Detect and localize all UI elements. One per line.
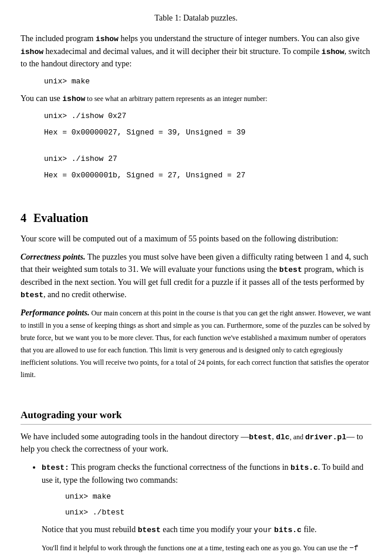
btest-bullet-text1: This program checks the functional corre…	[69, 463, 290, 472]
code-ishow1-cmd: unix> ./ishow 0x27	[44, 110, 371, 122]
intro-text-2b: hexadecimal and decimal values, and it w…	[43, 47, 322, 56]
btest-inline-2: btest	[21, 291, 43, 300]
correctness-text3: , and no credit otherwise.	[43, 290, 127, 299]
autograding-para1: We have included some autograding tools …	[21, 430, 371, 456]
btest-notice-ref: btest	[138, 526, 161, 534]
notice-text1: Notice that you must rebuild	[42, 525, 138, 534]
btest-list-item: btest: This program checks the functiona…	[42, 461, 371, 555]
code-ishow2-cmd: unix> ./ishow 27	[44, 153, 371, 165]
btest-bullet-label: btest:	[42, 463, 69, 472]
code-btest2: unix> ./btest	[65, 507, 371, 519]
notice-para: Notice that you must rebuild btest each …	[42, 523, 371, 536]
ishow-usage-text2: to see what an arbitrary pattern represe…	[85, 95, 267, 103]
btest-ag-ref: btest	[249, 433, 272, 442]
correctness-label: Correctness points.	[21, 253, 85, 261]
intro-paragraph: The included program ishow helps you und…	[21, 32, 371, 70]
ag-text-pre: We have included some autograding tools …	[21, 432, 249, 441]
btest-list: btest: This program checks the functiona…	[42, 461, 371, 555]
intro-text-1b: helps you understand the structure of in…	[119, 34, 360, 43]
performance-text: Our main concern at this point in the co…	[21, 309, 371, 379]
notice-text3: file.	[302, 525, 317, 534]
ishow-ref-4: ishow	[62, 95, 85, 103]
helpful-text1: You'll find it helpful to work through t…	[42, 544, 349, 552]
driverpl-ag-ref: driver.pl	[305, 433, 346, 442]
ishow-ref-1: ishow	[96, 35, 119, 43]
correctness-para: Correctness points. The puzzles you must…	[21, 251, 371, 301]
eval-para1: Your score will be computed out of a max…	[21, 233, 371, 245]
ishow-usage-para: You can use ishow to see what an arbitra…	[21, 92, 371, 105]
bits-c-notice-ref: bits.c	[274, 526, 302, 534]
section-4-number: 4	[21, 211, 26, 224]
code-btest1: unix> make	[65, 491, 371, 503]
flag-f-ref: −f	[349, 544, 359, 553]
performance-para: Performance points. Our main concern at …	[21, 307, 371, 381]
section-4-title: Evaluation	[33, 211, 88, 224]
helpful-para: You'll find it helpful to work through t…	[42, 541, 371, 555]
dlc-ag-ref: dlc	[276, 433, 289, 442]
intro-text-1: The included program	[21, 34, 96, 43]
table-caption: Table 1: Datalab puzzles.	[21, 12, 371, 24]
ag-and: , and	[290, 433, 305, 441]
ishow-ref-2: ishow	[21, 48, 43, 56]
performance-label: Performance points.	[21, 308, 89, 317]
your-ref: your	[254, 526, 272, 534]
btest-inline-1: btest	[279, 265, 302, 274]
ishow-ref-3: ishow	[322, 48, 344, 56]
ishow-usage-text1: You can use	[21, 94, 62, 103]
code-ishow2-out: Hex = 0x0000001b, Signed = 27, Unsigned …	[44, 170, 371, 181]
bits-c-ref: bits.c	[290, 463, 318, 472]
notice-text2: each time you modify your	[161, 525, 254, 534]
autograding-heading: Autograding your work	[21, 408, 371, 425]
section-4-heading: 4Evaluation	[21, 209, 371, 227]
code-ishow1-out: Hex = 0x00000027, Signed = 39, Unsigned …	[44, 127, 371, 139]
code-make: unix> make	[44, 76, 371, 88]
